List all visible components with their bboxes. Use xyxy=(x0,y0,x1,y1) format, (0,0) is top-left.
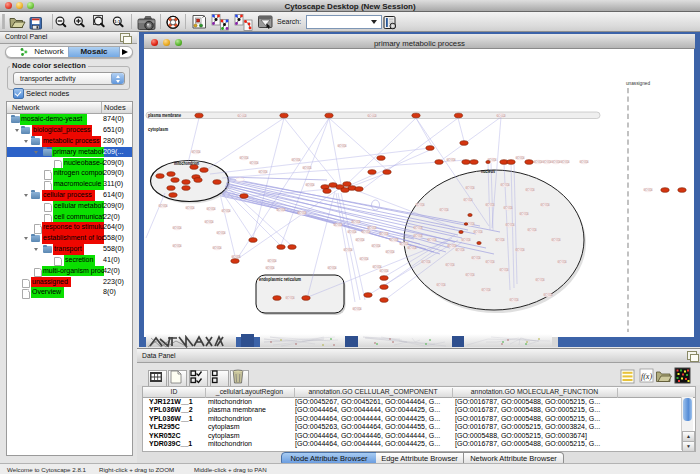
svg-text:GO:004: GO:004 xyxy=(206,207,216,211)
svg-text:GO:004: GO:004 xyxy=(519,212,529,216)
svg-text:GO:004: GO:004 xyxy=(371,244,381,248)
svg-text:GO:004: GO:004 xyxy=(343,248,353,252)
svg-text:GO:004: GO:004 xyxy=(643,188,653,192)
svg-text:GO:004: GO:004 xyxy=(389,238,399,242)
svg-text:GO:004: GO:004 xyxy=(372,265,382,269)
svg-text:GO:004: GO:004 xyxy=(216,231,226,235)
svg-text:GO:004: GO:004 xyxy=(367,226,377,230)
svg-text:GO:004: GO:004 xyxy=(172,244,182,248)
svg-text:GO:004: GO:004 xyxy=(361,230,371,234)
svg-text:GO:004: GO:004 xyxy=(351,220,361,224)
svg-text:GO:004: GO:004 xyxy=(465,186,475,190)
svg-text:GO:004: GO:004 xyxy=(500,183,510,187)
svg-text:GO:004: GO:004 xyxy=(204,220,214,224)
svg-text:GO:004: GO:004 xyxy=(535,278,545,282)
svg-text:GO:004: GO:004 xyxy=(505,223,515,227)
svg-text:GO:004: GO:004 xyxy=(503,206,513,210)
svg-text:cytoplasm: cytoplasm xyxy=(148,126,168,132)
svg-text:GO:004: GO:004 xyxy=(540,203,550,207)
svg-text:1:1: 1:1 xyxy=(114,19,121,24)
svg-text:GO:004: GO:004 xyxy=(237,114,247,118)
svg-text:GO:004: GO:004 xyxy=(327,266,337,270)
svg-text:plasma membrane: plasma membrane xyxy=(148,112,181,118)
svg-text:GO:004: GO:004 xyxy=(413,226,423,230)
svg-text:GO:004: GO:004 xyxy=(367,114,377,118)
svg-text:GO:004: GO:004 xyxy=(485,260,495,264)
svg-text:GO:004: GO:004 xyxy=(185,206,195,210)
svg-text:GO:004: GO:004 xyxy=(465,273,475,277)
svg-text:GO:004: GO:004 xyxy=(415,203,425,207)
svg-text:GO:004: GO:004 xyxy=(515,248,525,252)
svg-text:GO:004: GO:004 xyxy=(421,260,431,264)
svg-text:GO:004: GO:004 xyxy=(258,170,268,174)
svg-text:GO:004: GO:004 xyxy=(265,266,275,270)
svg-text:GO:004: GO:004 xyxy=(439,208,449,212)
svg-text:GO:004: GO:004 xyxy=(276,208,286,212)
svg-text:nucleus: nucleus xyxy=(481,168,495,174)
svg-text:GO:004: GO:004 xyxy=(191,150,201,154)
svg-text:GO:004: GO:004 xyxy=(239,156,249,160)
svg-text:GO:004: GO:004 xyxy=(333,223,343,227)
svg-text:GO:004: GO:004 xyxy=(485,203,495,207)
svg-text:GO:004: GO:004 xyxy=(473,230,483,234)
svg-text:f(x): f(x) xyxy=(641,372,652,381)
svg-text:GO:004: GO:004 xyxy=(302,166,312,170)
svg-text:GO:004: GO:004 xyxy=(445,263,455,267)
svg-text:GO:004: GO:004 xyxy=(427,238,437,242)
svg-text:endoplasmic reticulum: endoplasmic reticulum xyxy=(259,276,301,282)
svg-text:GO:004: GO:004 xyxy=(297,211,307,215)
svg-text:GO:004: GO:004 xyxy=(267,259,277,263)
svg-text:GO:004: GO:004 xyxy=(379,269,389,273)
svg-text:GO:004: GO:004 xyxy=(379,232,389,236)
svg-text:GO:004: GO:004 xyxy=(499,268,509,272)
svg-text:GO:004: GO:004 xyxy=(560,160,570,164)
svg-text:GO:004: GO:004 xyxy=(285,296,295,300)
svg-text:GO:004: GO:004 xyxy=(543,293,553,297)
svg-text:GO:004: GO:004 xyxy=(221,209,231,213)
svg-text:GO:004: GO:004 xyxy=(461,238,471,242)
svg-text:GO:004: GO:004 xyxy=(496,114,506,118)
svg-text:GO:004: GO:004 xyxy=(407,246,417,250)
svg-text:GO:004: GO:004 xyxy=(579,160,589,164)
svg-text:GO:004: GO:004 xyxy=(436,283,446,287)
svg-text:GO:004: GO:004 xyxy=(172,226,182,230)
svg-text:GO:004: GO:004 xyxy=(471,256,481,260)
svg-text:GO:004: GO:004 xyxy=(446,158,456,162)
svg-text:GO:004: GO:004 xyxy=(481,288,491,292)
svg-text:GO:004: GO:004 xyxy=(231,255,241,259)
svg-text:GO:004: GO:004 xyxy=(347,230,357,234)
svg-text:GO:004: GO:004 xyxy=(413,234,423,238)
svg-text:GO:004: GO:004 xyxy=(158,204,168,208)
svg-text:GO:004: GO:004 xyxy=(212,246,222,250)
svg-text:GO:004: GO:004 xyxy=(525,188,535,192)
svg-text:GO:004: GO:004 xyxy=(337,144,347,148)
svg-text:GO:004: GO:004 xyxy=(527,228,537,232)
svg-text:GO:004: GO:004 xyxy=(385,250,395,254)
svg-text:GO:004: GO:004 xyxy=(463,198,473,202)
svg-text:GO:004: GO:004 xyxy=(557,260,567,264)
svg-text:GO:004: GO:004 xyxy=(305,183,315,187)
svg-text:GO:004: GO:004 xyxy=(352,307,362,311)
svg-text:GO:004: GO:004 xyxy=(515,156,525,160)
svg-text:GO:004: GO:004 xyxy=(291,158,301,162)
svg-text:GO:004: GO:004 xyxy=(399,242,409,246)
svg-text:GO:004: GO:004 xyxy=(495,238,505,242)
svg-text:GO:004: GO:004 xyxy=(447,244,457,248)
svg-text:GO:004: GO:004 xyxy=(509,298,519,302)
svg-text:GO:004: GO:004 xyxy=(551,238,561,242)
svg-text:GO:004: GO:004 xyxy=(455,248,465,252)
svg-text:GO:004: GO:004 xyxy=(355,238,365,242)
svg-text:GO:004: GO:004 xyxy=(359,257,369,261)
svg-text:unassigned: unassigned xyxy=(626,80,650,86)
svg-text:GO:004: GO:004 xyxy=(249,161,259,165)
